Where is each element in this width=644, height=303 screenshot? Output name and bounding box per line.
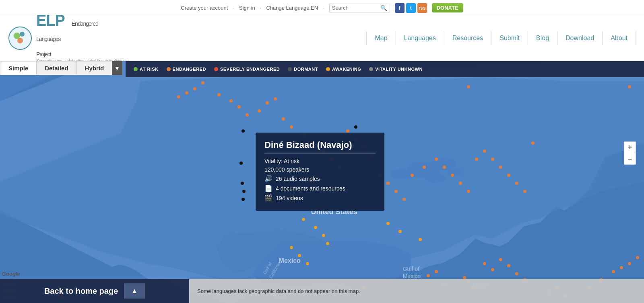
legend-at-risk: AT RISK	[134, 67, 159, 72]
nav-about[interactable]: About	[603, 31, 636, 45]
lang-dot-tr1[interactable]	[628, 85, 631, 88]
search-input[interactable]	[332, 5, 380, 11]
lang-dot-8[interactable]	[282, 117, 285, 121]
lang-dot-a2[interactable]	[314, 226, 317, 229]
lang-dot-1[interactable]	[217, 93, 221, 96]
lang-dot-25[interactable]	[435, 158, 438, 161]
change-language-link[interactable]: Change Language:EN	[266, 5, 318, 11]
lang-dot-a1[interactable]	[302, 218, 305, 221]
nav-download[interactable]: Download	[557, 31, 603, 45]
lang-dot-15[interactable]	[346, 129, 349, 133]
sign-in-link[interactable]: Sign in	[239, 5, 255, 11]
donate-button[interactable]: DONATE	[432, 3, 463, 12]
lang-dot-a6[interactable]	[398, 230, 402, 233]
lang-dot-c26[interactable]	[612, 270, 615, 273]
nav-blog[interactable]: Blog	[528, 31, 557, 45]
lang-dot-7[interactable]	[274, 97, 277, 100]
popup-audio: 🔊 26 audio samples	[264, 175, 376, 182]
lang-dot-c29[interactable]	[636, 256, 639, 259]
nav-map[interactable]: Map	[366, 31, 396, 45]
tab-detailed[interactable]: Detailed	[36, 61, 76, 75]
lang-dot-31[interactable]	[483, 149, 486, 153]
rss-icon[interactable]: rss	[417, 3, 427, 13]
lang-dot-b6[interactable]	[354, 125, 357, 129]
lang-dot-b2[interactable]	[239, 162, 243, 165]
lang-dot-c4[interactable]	[177, 95, 180, 98]
facebook-icon[interactable]: f	[395, 3, 405, 13]
create-account-link[interactable]: Create your account	[181, 5, 228, 11]
zoom-out-button[interactable]: –	[624, 153, 636, 164]
lang-dot-6[interactable]	[266, 101, 269, 104]
lang-dot-35[interactable]	[515, 182, 518, 185]
popup-audio-text: 26 audio samples	[276, 176, 320, 182]
lang-dot-27[interactable]	[451, 174, 454, 177]
lang-dot-3[interactable]	[237, 105, 241, 109]
lang-dot-c19[interactable]	[515, 272, 518, 275]
lang-dot-c9[interactable]	[427, 274, 430, 277]
legend-severely-endangered: SEVERELY ENDANGERED	[214, 67, 280, 72]
lang-dot-c10[interactable]	[435, 270, 438, 273]
lang-dot-a9[interactable]	[298, 254, 301, 257]
lang-dot-c17[interactable]	[499, 258, 502, 261]
lang-dot-b1[interactable]	[242, 129, 245, 133]
lang-dot-26[interactable]	[443, 166, 446, 169]
nav-languages[interactable]: Languages	[396, 31, 444, 45]
svg-text:Mexico: Mexico	[403, 273, 421, 279]
lang-dot-22[interactable]	[402, 198, 406, 201]
lang-dot-30[interactable]	[475, 158, 478, 161]
lang-dot-b3[interactable]	[241, 182, 244, 185]
lang-dot-a3[interactable]	[322, 234, 325, 237]
legend-bar: AT RISK ENDANGERED SEVERELY ENDANGERED D…	[126, 61, 644, 77]
lang-dot-9[interactable]	[290, 125, 293, 129]
lang-dot-b4[interactable]	[242, 190, 246, 193]
zoom-in-button[interactable]: +	[624, 142, 636, 153]
lang-dot-a7[interactable]	[419, 238, 422, 241]
lang-dot-20[interactable]	[386, 182, 390, 185]
bottom-bar: Back to home page ▲ Some languages lack …	[0, 279, 644, 303]
svg-point-3	[17, 38, 23, 43]
lang-dot-34[interactable]	[507, 174, 510, 177]
lang-dot-a8[interactable]	[290, 246, 293, 249]
lang-dot-29[interactable]	[467, 190, 470, 193]
twitter-icon[interactable]: t	[406, 3, 416, 13]
video-icon: 🎬	[264, 194, 272, 202]
nav-resources[interactable]: Resources	[444, 31, 491, 45]
nav-submit[interactable]: Submit	[491, 31, 528, 45]
tab-simple[interactable]: Simple	[0, 61, 36, 75]
lang-dot-c3[interactable]	[185, 91, 188, 94]
legend-dot-severely	[214, 67, 218, 71]
lang-dot-b5[interactable]	[242, 198, 245, 201]
lang-dot-c1[interactable]	[201, 81, 204, 84]
lang-dot-c16[interactable]	[491, 268, 494, 271]
lang-dot-c2[interactable]	[193, 87, 196, 90]
lang-dot-23[interactable]	[411, 174, 414, 177]
lang-dot-c27[interactable]	[620, 266, 623, 269]
lang-dot-36[interactable]	[523, 190, 526, 193]
lang-dot-24[interactable]	[423, 166, 426, 169]
logo-svg	[8, 26, 32, 50]
lang-dot-33[interactable]	[499, 166, 502, 169]
map-area[interactable]: United States Mexico North Pacific Ocean…	[0, 61, 644, 303]
geo-notice: Some languages lack geographic data and …	[189, 279, 644, 303]
lang-dot-a4[interactable]	[326, 242, 329, 245]
lang-dot-c28[interactable]	[628, 262, 631, 265]
lang-dot-c15[interactable]	[483, 262, 486, 265]
sep1: ·	[233, 5, 234, 11]
lang-dot-38[interactable]	[467, 85, 470, 88]
map-tabs: Simple Detailed Hybrid ▼	[0, 61, 122, 75]
lang-dot-32[interactable]	[491, 158, 494, 161]
tab-dropdown[interactable]: ▼	[112, 61, 122, 75]
logo-elp: ELP EndangeredLanguagesProject	[36, 13, 129, 59]
lang-dot-c18[interactable]	[507, 264, 510, 267]
lang-dot-4[interactable]	[246, 113, 249, 117]
lang-dot-5[interactable]	[258, 109, 261, 113]
lang-dot-28[interactable]	[459, 182, 462, 185]
lang-dot-a10[interactable]	[306, 262, 309, 265]
lang-dot-37[interactable]	[531, 141, 535, 145]
lang-dot-21[interactable]	[394, 190, 398, 193]
search-icon-button[interactable]: 🔍	[380, 5, 387, 11]
lang-dot-2[interactable]	[229, 99, 233, 102]
back-to-home-button[interactable]: Back to home page ▲	[0, 279, 189, 303]
lang-dot-a5[interactable]	[386, 222, 390, 225]
tab-hybrid[interactable]: Hybrid	[76, 61, 112, 75]
